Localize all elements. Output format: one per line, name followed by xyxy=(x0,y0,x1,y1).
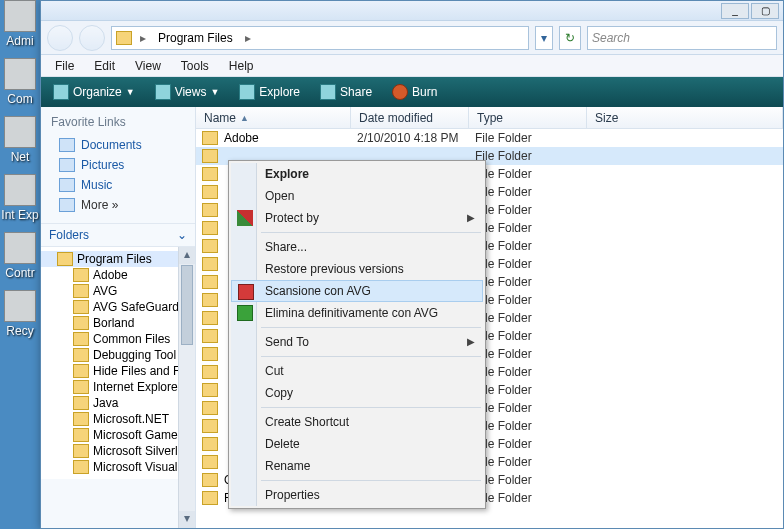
search-placeholder: Search xyxy=(592,31,630,45)
folders-header[interactable]: Folders ⌄ xyxy=(41,224,195,247)
ctx-explore[interactable]: Explore xyxy=(231,163,483,185)
chevron-down-icon: ▼ xyxy=(210,87,219,97)
tree-item[interactable]: Microsoft Silverli xyxy=(41,443,195,459)
tree-item[interactable]: Java xyxy=(41,395,195,411)
tree-item[interactable]: Adobe xyxy=(41,267,195,283)
ctx-restore-previous-versions[interactable]: Restore previous versions xyxy=(231,258,483,280)
desktop-icon[interactable]: Contr xyxy=(0,232,40,280)
tree-item[interactable]: Microsoft Visual xyxy=(41,459,195,475)
breadcrumb[interactable]: ▸ Program Files ▸ xyxy=(111,26,529,50)
desktop-icon[interactable]: Recy xyxy=(0,290,40,338)
col-name-label: Name xyxy=(204,111,236,125)
chevron-down-icon: ⌄ xyxy=(177,228,187,242)
folder-icon xyxy=(202,167,218,181)
ctx-elimina-definitivamente-con-avg[interactable]: Elimina definitivamente con AVG xyxy=(231,302,483,324)
breadcrumb-current[interactable]: Program Files xyxy=(154,31,237,45)
fav-documents[interactable]: Documents xyxy=(51,135,185,155)
tree-item[interactable]: AVG xyxy=(41,283,195,299)
breadcrumb-dropdown[interactable]: ▾ xyxy=(535,26,553,50)
search-input[interactable]: Search xyxy=(587,26,777,50)
file-type: File Folder xyxy=(475,131,593,145)
tree-item[interactable]: Borland xyxy=(41,315,195,331)
refresh-button[interactable]: ↻ xyxy=(559,26,581,50)
folder-icon xyxy=(202,419,218,433)
folder-icon xyxy=(202,365,218,379)
ctx-delete[interactable]: Delete xyxy=(231,433,483,455)
ctx-open[interactable]: Open xyxy=(231,185,483,207)
scroll-up-arrow[interactable]: ▴ xyxy=(179,247,195,264)
fav-icon xyxy=(59,198,75,212)
maximize-button[interactable]: ▢ xyxy=(751,3,779,19)
file-row[interactable]: Adobe2/10/2010 4:18 PMFile Folder xyxy=(196,129,783,147)
desktop-icon[interactable]: Net xyxy=(0,116,40,164)
folder-icon xyxy=(73,460,89,474)
ctx-send-to[interactable]: Send To▶ xyxy=(231,331,483,353)
scroll-thumb[interactable] xyxy=(181,265,193,345)
menu-edit[interactable]: Edit xyxy=(86,57,123,75)
menu-help[interactable]: Help xyxy=(221,57,262,75)
fav-music[interactable]: Music xyxy=(51,175,185,195)
desktop-icon[interactable]: Int Exp xyxy=(0,174,40,222)
file-type: File Folder xyxy=(475,257,593,271)
file-type: File Folder xyxy=(475,167,593,181)
col-name[interactable]: Name ▲ xyxy=(196,107,351,128)
fav-label: Music xyxy=(81,178,112,192)
titlebar: _ ▢ xyxy=(41,1,783,21)
file-type: File Folder xyxy=(475,365,593,379)
minimize-button[interactable]: _ xyxy=(721,3,749,19)
ctx-rename[interactable]: Rename xyxy=(231,455,483,477)
share-button[interactable]: Share xyxy=(314,82,378,102)
folder-icon xyxy=(73,444,89,458)
forward-button[interactable] xyxy=(79,25,105,51)
desktop-icon[interactable]: Admi xyxy=(0,0,40,48)
tree-item[interactable]: Microsoft Games xyxy=(41,427,195,443)
menu-tools[interactable]: Tools xyxy=(173,57,217,75)
explore-button[interactable]: Explore xyxy=(233,82,306,102)
ctx-label: Explore xyxy=(265,167,309,181)
share-icon xyxy=(320,84,336,100)
ctx-scansione-con-avg[interactable]: Scansione con AVG xyxy=(231,280,483,302)
col-type[interactable]: Type xyxy=(469,107,587,128)
ctx-label: Share... xyxy=(265,240,307,254)
desktop-icon[interactable]: Com xyxy=(0,58,40,106)
tree-item[interactable]: Common Files xyxy=(41,331,195,347)
folder-icon xyxy=(73,396,89,410)
tree-label: Common Files xyxy=(93,332,170,346)
menu-view[interactable]: View xyxy=(127,57,169,75)
fav-pictures[interactable]: Pictures xyxy=(51,155,185,175)
ctx-label: Open xyxy=(265,189,294,203)
folder-icon xyxy=(73,380,89,394)
folder-icon xyxy=(57,252,73,266)
tree-item[interactable]: Microsoft.NET xyxy=(41,411,195,427)
file-type: File Folder xyxy=(475,293,593,307)
col-date[interactable]: Date modified xyxy=(351,107,469,128)
ctx-share---[interactable]: Share... xyxy=(231,236,483,258)
tree-item[interactable]: Program Files xyxy=(41,251,195,267)
folder-tree[interactable]: Program FilesAdobeAVGAVG SafeGuard tBorl… xyxy=(41,247,195,479)
ctx-copy[interactable]: Copy xyxy=(231,382,483,404)
tree-item[interactable]: Debugging Tool xyxy=(41,347,195,363)
ctx-create-shortcut[interactable]: Create Shortcut xyxy=(231,411,483,433)
folder-icon xyxy=(73,268,89,282)
tree-scrollbar[interactable]: ▴ ▾ xyxy=(178,247,195,528)
ctx-protect-by[interactable]: Protect by▶ xyxy=(231,207,483,229)
tree-item[interactable]: Hide Files and Fo xyxy=(41,363,195,379)
organize-button[interactable]: Organize ▼ xyxy=(47,82,141,102)
views-button[interactable]: Views ▼ xyxy=(149,82,226,102)
folder-icon xyxy=(202,383,218,397)
file-type: File Folder xyxy=(475,329,593,343)
menu-file[interactable]: File xyxy=(47,57,82,75)
folder-icon xyxy=(202,221,218,235)
back-button[interactable] xyxy=(47,25,73,51)
tree-item[interactable]: AVG SafeGuard t xyxy=(41,299,195,315)
tree-item[interactable]: Internet Explorer xyxy=(41,379,195,395)
fav-more[interactable]: More » xyxy=(51,195,185,215)
ctx-properties[interactable]: Properties xyxy=(231,484,483,506)
col-size[interactable]: Size xyxy=(587,107,783,128)
burn-button[interactable]: Burn xyxy=(386,82,443,102)
ctx-cut[interactable]: Cut xyxy=(231,360,483,382)
scroll-down-arrow[interactable]: ▾ xyxy=(179,511,195,528)
avg-icon xyxy=(238,284,254,300)
ctx-label: Delete xyxy=(265,437,300,451)
chevron-down-icon: ▼ xyxy=(126,87,135,97)
